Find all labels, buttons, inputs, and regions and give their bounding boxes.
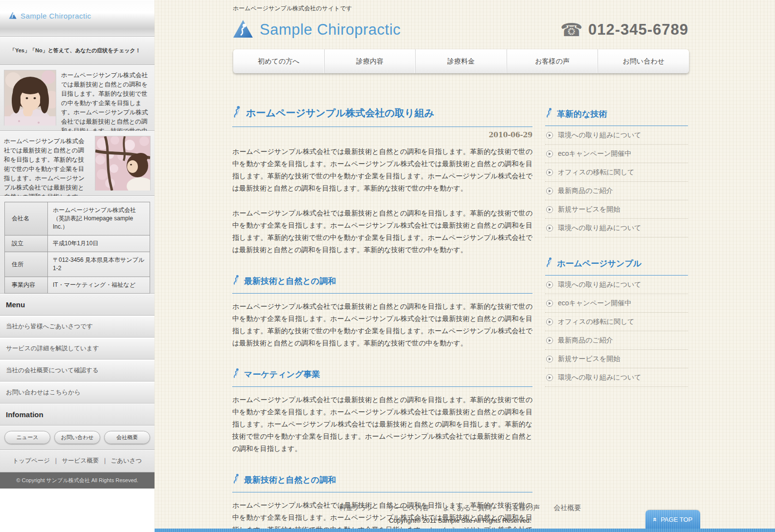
main-area: ホームページサンプル株式会社のサイトです Sample Chiropractic… (155, 0, 775, 532)
figure-icon (545, 107, 553, 120)
sidebar-footer-link-greeting[interactable]: ごあいさつ (111, 457, 142, 465)
aside-link-label: 環境への取り組みについて (558, 373, 642, 382)
main-nav: 初めての方へ 診療内容 診療料金 お客様の声 お問い合わせ (233, 49, 689, 73)
footer-copyright: Copyright© 2011 Sample Site All Rights R… (232, 517, 688, 524)
aside-link[interactable]: ecoキャンペーン開催中 (545, 294, 688, 313)
menu-heading: Menu (0, 294, 155, 316)
aside-link[interactable]: 最新商品のご紹介 (545, 182, 688, 200)
sidebar-footer-link-top[interactable]: トップページ (13, 457, 50, 465)
contact-button[interactable]: お問い合わせ (54, 431, 100, 444)
aside-link-list: 環境への取り組みについて ecoキャンペーン開催中 オフィスの移転に関して 最新… (545, 276, 688, 387)
section-title: 最新技術と自然との調和 (244, 474, 336, 486)
information-heading: Infomation (0, 404, 155, 426)
aside-section-title-row: 革新的な技術 (545, 107, 688, 126)
aside-link[interactable]: ecoキャンペーン開催中 (545, 145, 688, 163)
intro-block-1: ホームページサンプル株式会社では最新技術と自然との調和を目指します。革新的な技術… (0, 65, 155, 131)
company-info-table-section: 会社名ホームページサンプル株式会社 （英語表記 Homepage sample … (0, 196, 155, 294)
address-label: 住所 (5, 252, 48, 277)
sidebar-item-contact[interactable]: お問い合わせはこちらから (0, 382, 155, 404)
aside-link[interactable]: 環境への取り組みについて (545, 126, 688, 145)
phone-block: ☎ 012-345-6789 (560, 21, 688, 39)
symptom-check-banner[interactable]: 「Yes」「No」と答えて、あなたの症状をチェック！ (0, 37, 155, 65)
tab-first-visit[interactable]: 初めての方へ (233, 49, 325, 73)
aside-link-label: 最新商品のご紹介 (558, 187, 613, 195)
aside-section-title-row: ホームページサンプル (545, 257, 688, 276)
chevron-up-icon: « (651, 517, 659, 521)
intro-block-2: ホームページサンプル株式会社では最新技術と自然との調和を目指します。革新的な技術… (0, 131, 155, 196)
arrow-right-icon (546, 319, 553, 325)
site-tagline: ホームページサンプル株式会社のサイトです (155, 0, 775, 13)
aside-link[interactable]: 新規サービスを開始 (545, 200, 688, 219)
arrow-right-icon (546, 356, 553, 362)
tab-fees[interactable]: 診療料金 (416, 49, 507, 73)
sidebar-footer-links: トップページ ｜ サービス概要 ｜ ごあいさつ (0, 450, 155, 472)
tab-contact[interactable]: お問い合わせ (598, 49, 689, 73)
footer-link-faq[interactable]: よくあるご質問 (443, 504, 492, 512)
sidebar-logo[interactable]: Sample Chiropractic (0, 0, 155, 37)
triangle-logo-icon (9, 12, 17, 21)
aside-link-label: オフィスの移転に関して (558, 168, 635, 177)
aside-link[interactable]: オフィスの移転に関して (545, 163, 688, 182)
figure-icon (545, 257, 553, 270)
footer-links: 料金プラン サービス内容 よくあるご質問 お客様の声 会社概要 (232, 504, 688, 512)
aside-link-label: 環境への取り組みについて (558, 131, 642, 140)
sidebar-footer-link-services[interactable]: サービス概要 (62, 457, 99, 465)
separator: ｜ (102, 457, 108, 465)
page-top-button[interactable]: « PAGE TOP (645, 510, 700, 529)
aside-link[interactable]: 最新商品のご紹介 (545, 331, 688, 350)
table-row: 会社名ホームページサンプル株式会社 （英語表記 Homepage sample … (5, 202, 150, 235)
aside-link[interactable]: 新規サービスを開始 (545, 350, 688, 368)
tab-treatment[interactable]: 診療内容 (325, 49, 416, 73)
section-title-row: 最新技術と自然との調和 (232, 473, 532, 492)
phone-number: 012-345-6789 (588, 21, 688, 39)
right-sidebar: 革新的な技術 環境への取り組みについて ecoキャンペーン開催中 オフィスの移転… (545, 106, 688, 406)
footer-link-company[interactable]: 会社概要 (554, 504, 581, 512)
aside-link[interactable]: 環境への取り組みについて (545, 276, 688, 294)
arrow-right-icon (546, 337, 553, 344)
article-title-row: ホームページサンプル株式会社の取り組み (232, 106, 532, 127)
business-label: 事業内容 (5, 277, 48, 294)
aside-link-label: 環境への取り組みについて (558, 224, 642, 233)
sidebar-item-services[interactable]: サービスの詳細を解説しています (0, 338, 155, 360)
footer-link-services[interactable]: サービス内容 (388, 504, 429, 512)
aside-section-title: 革新的な技術 (557, 108, 607, 120)
section-title-row: マーケティング事業 (232, 368, 532, 387)
company-overview-button[interactable]: 会社概要 (104, 431, 150, 444)
founded-value: 平成10年1月10日 (48, 235, 150, 252)
arrow-right-icon (546, 300, 553, 307)
aside-link-label: 環境への取り組みについて (558, 280, 642, 289)
aside-link-label: ecoキャンペーン開催中 (558, 149, 631, 158)
table-row: 事業内容IT・マーケティング・福祉など (5, 277, 150, 294)
main-footer: 料金プラン サービス内容 よくあるご質問 お客様の声 会社概要 Copyrigh… (232, 504, 688, 524)
news-button[interactable]: ニュース (4, 431, 50, 444)
section-title: 最新技術と自然との調和 (244, 276, 336, 287)
aside-link[interactable]: オフィスの移転に関して (545, 313, 688, 331)
aside-link[interactable]: 環境への取り組みについて (545, 219, 688, 237)
article-paragraph: ホームページサンプル株式会社では最新技術と自然との調和を目指します。革新的な技術… (232, 146, 532, 194)
sidebar-copyright: © Copyright サンプル株式会社 All Rights Reseved. (0, 472, 155, 489)
company-info-table: 会社名ホームページサンプル株式会社 （英語表記 Homepage sample … (4, 202, 150, 294)
footer-link-testimonials[interactable]: お客様の声 (505, 504, 540, 512)
article-paragraph: ホームページサンプル株式会社では最新技術と自然との調和を目指します。革新的な技術… (232, 300, 532, 349)
arrow-right-icon (546, 281, 553, 288)
section-title-row: 最新技術と自然との調和 (232, 275, 532, 294)
sidebar-item-greeting[interactable]: 当社から皆様へごあいさつです (0, 316, 155, 338)
arrow-right-icon (546, 188, 553, 194)
arrow-right-icon (546, 225, 553, 232)
footer-link-pricing[interactable]: 料金プラン (339, 504, 374, 512)
arrow-right-icon (546, 169, 553, 176)
article-paragraph: ホームページサンプル株式会社では最新技術と自然との調和を目指します。革新的な技術… (232, 207, 532, 256)
site-logo[interactable]: Sample Chiropractic (233, 20, 401, 40)
aside-link-label: ecoキャンペーン開催中 (558, 299, 631, 308)
company-name-label: 会社名 (5, 202, 48, 235)
bottom-accent-bar (155, 529, 775, 532)
article-title: ホームページサンプル株式会社の取り組み (246, 106, 434, 120)
figure-icon (232, 473, 240, 486)
page-top-label: PAGE TOP (661, 516, 692, 523)
separator: ｜ (53, 457, 59, 465)
sidebar-item-company[interactable]: 当社の会社概要について確認する (0, 360, 155, 382)
tab-testimonials[interactable]: お客様の声 (507, 49, 598, 73)
figure-icon (232, 368, 240, 381)
aside-link[interactable]: 環境への取り組みについて (545, 368, 688, 387)
phone-icon: ☎ (560, 21, 583, 39)
